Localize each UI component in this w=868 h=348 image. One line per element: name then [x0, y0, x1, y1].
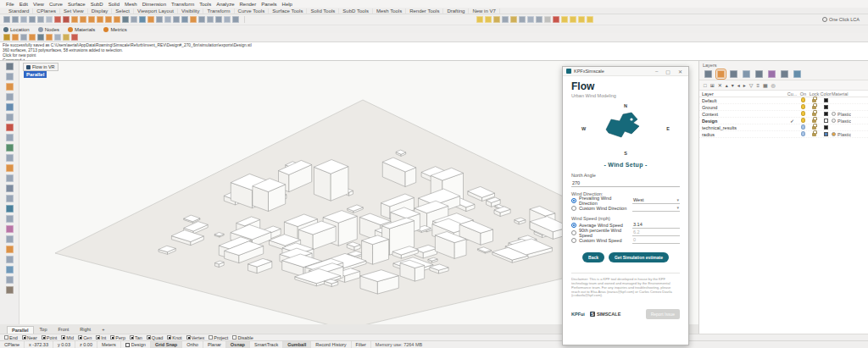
- checkbox[interactable]: [96, 335, 100, 340]
- osnap-toggle[interactable]: Mid: [61, 335, 74, 340]
- layer-material-cell[interactable]: Plastic: [832, 132, 865, 137]
- toolbar-icon[interactable]: [12, 16, 19, 23]
- layer-on-bulb-icon[interactable]: [801, 97, 805, 102]
- checkbox[interactable]: [61, 335, 65, 340]
- checkbox[interactable]: [209, 335, 213, 340]
- toolbar-icon[interactable]: [544, 16, 551, 23]
- toolbar-icon[interactable]: [54, 34, 61, 41]
- toolbar-tab[interactable]: CPlanes: [33, 8, 60, 14]
- toolbar-icon[interactable]: [173, 16, 180, 23]
- osnap-toggle[interactable]: Perp: [110, 335, 125, 340]
- toolbar-tab[interactable]: Render Tools: [406, 8, 443, 14]
- osnap-toggle[interactable]: Knot: [167, 335, 181, 340]
- menu-item[interactable]: Solid: [106, 2, 122, 7]
- toolbar-icon[interactable]: [6, 235, 14, 243]
- checkbox[interactable]: [110, 335, 114, 340]
- checkbox[interactable]: [186, 335, 191, 340]
- status-toggle[interactable]: Grid Snap: [151, 341, 182, 348]
- toolbar-icon[interactable]: [80, 16, 86, 23]
- north-angle-input[interactable]: 270: [571, 180, 680, 187]
- plugin-toolbar-button[interactable]: Metrics: [103, 27, 126, 32]
- osnap-toggle[interactable]: Vertex: [186, 335, 205, 340]
- toolbar-icon[interactable]: [493, 16, 500, 23]
- checkbox[interactable]: [147, 335, 151, 340]
- toolbar-tab[interactable]: Select: [112, 8, 134, 14]
- plugin-toolbar-button[interactable]: Location: [3, 27, 30, 32]
- toolbar-tab[interactable]: Curve Tools: [235, 8, 270, 14]
- toolbar-icon[interactable]: [527, 16, 534, 23]
- toolbar-icon[interactable]: [6, 144, 14, 152]
- checkbox[interactable]: [42, 335, 46, 340]
- toolbar-icon[interactable]: [207, 16, 214, 23]
- plugin-toolbar-button[interactable]: Nodes: [38, 27, 59, 32]
- panel-tab-icon[interactable]: [704, 70, 712, 78]
- toolbar-icon[interactable]: [54, 16, 61, 23]
- toolbar-icon[interactable]: [6, 266, 14, 273]
- get-simulation-estimate-button[interactable]: Get Simulation estimate: [609, 252, 669, 262]
- toolbar-icon[interactable]: [561, 16, 568, 23]
- report-issue-button[interactable]: Report Issue: [646, 309, 680, 319]
- layer-lock-icon[interactable]: [812, 99, 816, 102]
- wind-speed-input[interactable]: 0 ▾: [632, 237, 680, 244]
- panel-tab-icon[interactable]: [768, 70, 776, 78]
- menu-item[interactable]: Mesh: [122, 2, 140, 7]
- wind-direction-select[interactable]: West ▾: [632, 197, 680, 204]
- layer-row[interactable]: technical_results ✓: [699, 124, 868, 131]
- layers-toolbar-icon[interactable]: ◎: [771, 82, 776, 88]
- layers-toolbar-icon[interactable]: ▾: [732, 82, 734, 88]
- layer-color-swatch[interactable]: [824, 125, 828, 130]
- toolbar-icon[interactable]: [6, 103, 14, 111]
- layer-on-bulb-icon[interactable]: [801, 104, 805, 109]
- panel-tab-icon[interactable]: [755, 70, 763, 78]
- radio-button[interactable]: [571, 223, 576, 228]
- layer-lock-icon[interactable]: [812, 126, 816, 130]
- toolbar-icon[interactable]: [131, 16, 137, 23]
- toolbar-tab[interactable]: Standard: [5, 8, 33, 14]
- toolbar-icon[interactable]: [3, 34, 10, 41]
- viewport-tab[interactable]: +: [97, 325, 109, 334]
- checkbox[interactable]: [78, 335, 82, 340]
- radio-button[interactable]: [571, 238, 576, 243]
- menu-item[interactable]: Curve: [47, 2, 65, 7]
- layers-toolbar-icon[interactable]: ◂: [737, 82, 740, 88]
- status-toggle[interactable]: Ortho: [182, 341, 203, 348]
- toolbar-tab[interactable]: Transform: [203, 8, 234, 14]
- toolbar-icon[interactable]: [164, 16, 171, 23]
- toolbar-icon[interactable]: [6, 73, 14, 80]
- osnap-toggle[interactable]: Int: [96, 335, 106, 340]
- layer-on-bulb-icon[interactable]: [801, 124, 805, 130]
- toolbar-tab[interactable]: Visibility: [178, 8, 204, 14]
- status-toggle[interactable]: Osnap: [226, 341, 250, 348]
- checkbox[interactable]: [167, 335, 171, 340]
- toolbar-icon[interactable]: [536, 16, 542, 23]
- toolbar-icon[interactable]: [147, 16, 154, 23]
- menu-item[interactable]: Analyze: [214, 2, 236, 7]
- toolbar-icon[interactable]: [232, 16, 239, 23]
- toolbar-tab[interactable]: Surface Tools: [269, 8, 307, 14]
- toolbar-icon[interactable]: [29, 34, 36, 41]
- panel-tab-icon[interactable]: [743, 70, 750, 78]
- layer-row[interactable]: Default ✓: [699, 97, 868, 104]
- flow-window-titlebar[interactable]: KPFxSimscale – ▢ ✕: [563, 67, 688, 76]
- panel-tab-icon[interactable]: [730, 70, 737, 78]
- toolbar-icon[interactable]: [6, 134, 14, 141]
- toolbar-icon[interactable]: [6, 124, 14, 131]
- layers-toolbar-icon[interactable]: □: [704, 83, 707, 88]
- toolbar-icon[interactable]: [190, 16, 197, 23]
- menu-item[interactable]: Help: [280, 2, 295, 7]
- toolbar-icon[interactable]: [6, 113, 14, 121]
- osnap-toggle[interactable]: Tan: [130, 335, 142, 340]
- command-history[interactable]: File successfully saved as C:\Users\aeri…: [0, 42, 868, 61]
- toolbar-icon[interactable]: [12, 34, 19, 41]
- osnap-toggle[interactable]: Near: [22, 335, 37, 340]
- menu-item[interactable]: Transform: [169, 2, 197, 7]
- toolbar-icon[interactable]: [181, 16, 188, 23]
- toolbar-tab[interactable]: Solid Tools: [307, 8, 339, 14]
- layer-material-cell[interactable]: Plastic: [832, 112, 865, 117]
- status-toggle[interactable]: Planar: [203, 341, 226, 348]
- layer-row[interactable]: Context ✓ Plastic: [699, 111, 868, 118]
- layers-toolbar-icon[interactable]: ✕: [718, 82, 722, 88]
- layer-color-swatch[interactable]: [824, 105, 828, 109]
- layers-toolbar-icon[interactable]: ▽: [749, 82, 754, 88]
- layer-lock-icon[interactable]: [812, 106, 816, 109]
